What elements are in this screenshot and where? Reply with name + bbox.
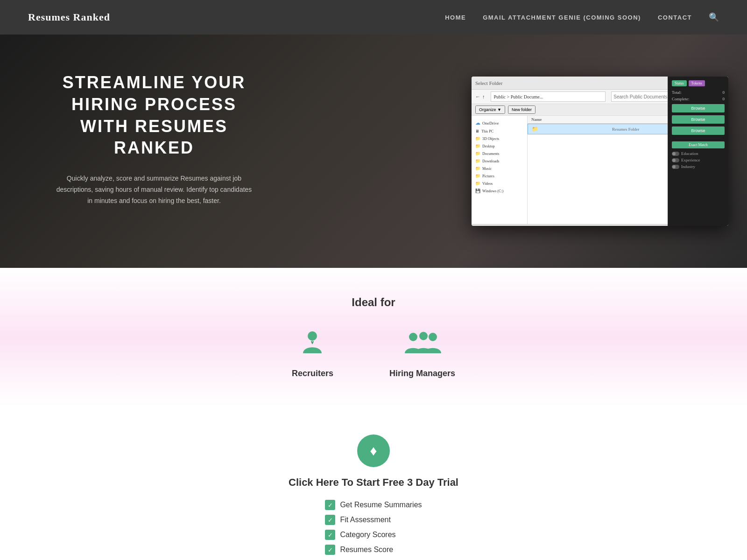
sidebar-3dobjects[interactable]: 📁 3D Objects <box>472 135 527 142</box>
panel-total: Total: 0 <box>672 90 725 95</box>
sidebar-thispc[interactable]: 🖥 This PC <box>472 127 527 135</box>
nav-home[interactable]: HOME <box>445 14 466 21</box>
sidebar-music[interactable]: 📁 Music <box>472 165 527 172</box>
browse-button-1[interactable]: Browse <box>672 104 725 112</box>
folder-icon: 📁 <box>475 159 480 163</box>
folder-icon: 📁 <box>475 181 480 186</box>
cloud-icon: ☁ <box>475 120 480 126</box>
organize-button[interactable]: Organize ▼ <box>475 105 505 114</box>
svg-point-0 <box>308 331 317 341</box>
status-badge: Status <box>672 80 687 86</box>
sidebar-onedrive[interactable]: ☁ OneDrive <box>472 119 527 127</box>
path-bar[interactable]: Public > Public Docume... <box>491 91 606 102</box>
free-trial-title[interactable]: Click Here To Start Free 3 Day Trial <box>19 476 728 489</box>
ideal-for-section: Ideal for Recruiters <box>0 268 747 406</box>
toggle-industry: Industry <box>672 164 725 169</box>
diamond-icon-wrapper: ♦ <box>357 434 390 467</box>
checklist-item-score: ✓ Resumes Score <box>325 545 422 555</box>
folder-icon: 📁 <box>532 126 610 132</box>
ideal-cards: Recruiters Hiring Managers <box>0 328 747 378</box>
hero-content: STREAMLINE YOURHIRING PROCESSWITH RESUME… <box>0 35 252 207</box>
nav-links: HOME GMAIL ATTACHMENT GENIE (COMING SOON… <box>445 12 719 22</box>
ideal-card-recruiters: Recruiters <box>292 328 333 378</box>
toggle-industry-switch[interactable] <box>672 165 679 169</box>
svg-point-2 <box>419 332 428 340</box>
sidebar-desktop[interactable]: 📁 Desktop <box>472 142 527 150</box>
navigation: Resumes Ranked HOME GMAIL ATTACHMENT GEN… <box>0 0 747 35</box>
browse-button-3[interactable]: Browse <box>672 126 725 135</box>
drive-icon: 💾 <box>475 189 480 193</box>
toggle-experience-label: Experience <box>681 158 700 162</box>
sidebar-downloads[interactable]: 📁 Downloads <box>472 157 527 165</box>
toggle-dot <box>672 152 676 155</box>
ideal-for-title: Ideal for <box>0 296 747 309</box>
nav-contact[interactable]: CONTACT <box>658 14 692 21</box>
exact-match-label: Exact Match <box>672 141 725 148</box>
checklist: ✓ Get Resume Summaries ✓ Fit Assessment … <box>325 500 422 560</box>
brand-logo: Resumes Ranked <box>28 11 110 23</box>
file-dialog-sidebar: ☁ OneDrive 🖥 This PC 📁 3D Objects 📁 <box>472 116 528 224</box>
svg-point-1 <box>409 333 417 341</box>
recruiters-label: Recruiters <box>292 369 333 378</box>
checklist-item-fit: ✓ Fit Assessment <box>325 515 422 525</box>
folder-icon: 📁 <box>475 136 480 141</box>
app-right-panel: Status Tokens Total: 0 Complete: 0 Brows… <box>668 77 728 226</box>
sidebar-documents[interactable]: 📁 Documents <box>472 150 527 157</box>
panel-complete: Complete: 0 <box>672 97 725 101</box>
app-screenshot: Select Folder ✕ ← ↑ Public > Public Docu… <box>472 77 728 226</box>
sidebar-videos[interactable]: 📁 Videos <box>472 180 527 187</box>
checklist-item-summaries: ✓ Get Resume Summaries <box>325 500 422 510</box>
computer-icon: 🖥 <box>475 129 479 133</box>
search-icon[interactable]: 🔍 <box>709 12 719 22</box>
check-icon: ✓ <box>325 545 335 555</box>
nav-gmail[interactable]: GMAIL ATTACHMENT GENIE (COMING SOON) <box>483 14 641 21</box>
check-icon: ✓ <box>325 530 335 540</box>
toggle-experience: Experience <box>672 158 725 162</box>
recruiter-icon <box>298 328 326 361</box>
folder-icon: 📁 <box>475 166 480 171</box>
toggle-education-label: Education <box>681 151 698 156</box>
exact-match-section: Exact Match Education Experience <box>672 141 725 169</box>
toggle-experience-switch[interactable] <box>672 158 679 162</box>
new-folder-button[interactable]: New folder <box>508 105 536 114</box>
sidebar-windows[interactable]: 💾 Windows (C:) <box>472 187 527 195</box>
hiring-managers-label: Hiring Managers <box>389 369 455 378</box>
browse-button-2[interactable]: Browse <box>672 115 725 124</box>
hero-title: STREAMLINE YOURHIRING PROCESSWITH RESUME… <box>56 72 252 159</box>
tokens-badge: Tokens <box>689 80 705 86</box>
panel-badge-row: Status Tokens <box>672 80 725 86</box>
svg-point-3 <box>429 333 437 341</box>
check-icon: ✓ <box>325 515 335 525</box>
up-icon[interactable]: ↑ <box>482 94 485 99</box>
toggle-dot <box>672 159 676 162</box>
back-icon[interactable]: ← <box>475 94 480 99</box>
check-icon: ✓ <box>325 500 335 510</box>
free-trial-section: ♦ Click Here To Start Free 3 Day Trial ✓… <box>0 406 747 560</box>
folder-icon: 📁 <box>475 151 480 156</box>
hiring-managers-icon <box>404 328 441 361</box>
hero-description: Quickly analyze, score and summarize Res… <box>56 173 252 206</box>
toggle-dot <box>672 165 676 168</box>
app-window: Select Folder ✕ ← ↑ Public > Public Docu… <box>472 77 728 226</box>
folder-icon: 📁 <box>475 144 480 148</box>
sidebar-pictures[interactable]: 📁 Pictures <box>472 172 527 180</box>
toggle-education: Education <box>672 151 725 156</box>
folder-icon: 📁 <box>475 174 480 178</box>
toggle-industry-label: Industry <box>681 164 695 169</box>
toggle-education-switch[interactable] <box>672 152 679 156</box>
checklist-item-category: ✓ Category Scores <box>325 530 422 540</box>
ideal-card-hiring-managers: Hiring Managers <box>389 328 455 378</box>
hero-section: STREAMLINE YOURHIRING PROCESSWITH RESUME… <box>0 35 747 268</box>
file-dialog-title: Select Folder <box>475 80 502 86</box>
diamond-icon: ♦ <box>370 443 377 459</box>
